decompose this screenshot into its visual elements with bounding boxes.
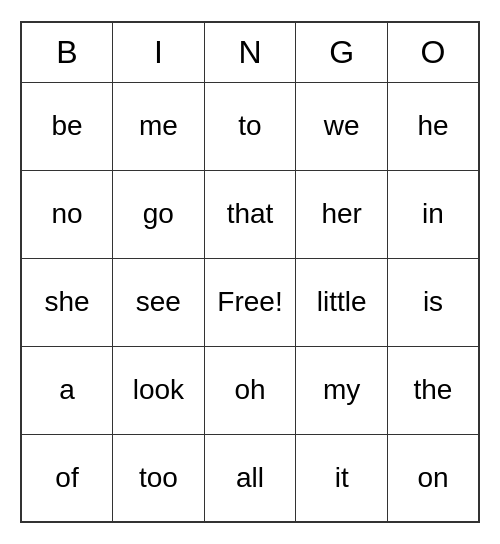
header-col-g: G (296, 22, 388, 82)
cell-3-2: oh (204, 346, 296, 434)
cell-1-3: her (296, 170, 388, 258)
cell-3-0: a (21, 346, 113, 434)
cell-1-1: go (113, 170, 205, 258)
row-3: alookohmythe (21, 346, 479, 434)
row-4: oftooalliton (21, 434, 479, 522)
cell-4-1: too (113, 434, 205, 522)
cell-4-2: all (204, 434, 296, 522)
header-col-i: I (113, 22, 205, 82)
cell-2-2: Free! (204, 258, 296, 346)
cell-3-4: the (387, 346, 479, 434)
cell-1-0: no (21, 170, 113, 258)
cell-4-0: of (21, 434, 113, 522)
cell-2-3: little (296, 258, 388, 346)
cell-0-4: he (387, 82, 479, 170)
cell-4-3: it (296, 434, 388, 522)
cell-4-4: on (387, 434, 479, 522)
cell-2-0: she (21, 258, 113, 346)
cell-3-1: look (113, 346, 205, 434)
cell-1-2: that (204, 170, 296, 258)
row-1: nogothatherin (21, 170, 479, 258)
cell-2-1: see (113, 258, 205, 346)
row-0: bemetowehe (21, 82, 479, 170)
bingo-body: bemetowehenogothatherinsheseeFree!little… (21, 82, 479, 522)
cell-0-1: me (113, 82, 205, 170)
header-col-n: N (204, 22, 296, 82)
cell-2-4: is (387, 258, 479, 346)
cell-3-3: my (296, 346, 388, 434)
cell-0-2: to (204, 82, 296, 170)
header-col-b: B (21, 22, 113, 82)
cell-0-3: we (296, 82, 388, 170)
bingo-card: BINGO bemetowehenogothatherinsheseeFree!… (20, 21, 480, 523)
header-col-o: O (387, 22, 479, 82)
cell-1-4: in (387, 170, 479, 258)
cell-0-0: be (21, 82, 113, 170)
row-2: sheseeFree!littleis (21, 258, 479, 346)
header-row: BINGO (21, 22, 479, 82)
